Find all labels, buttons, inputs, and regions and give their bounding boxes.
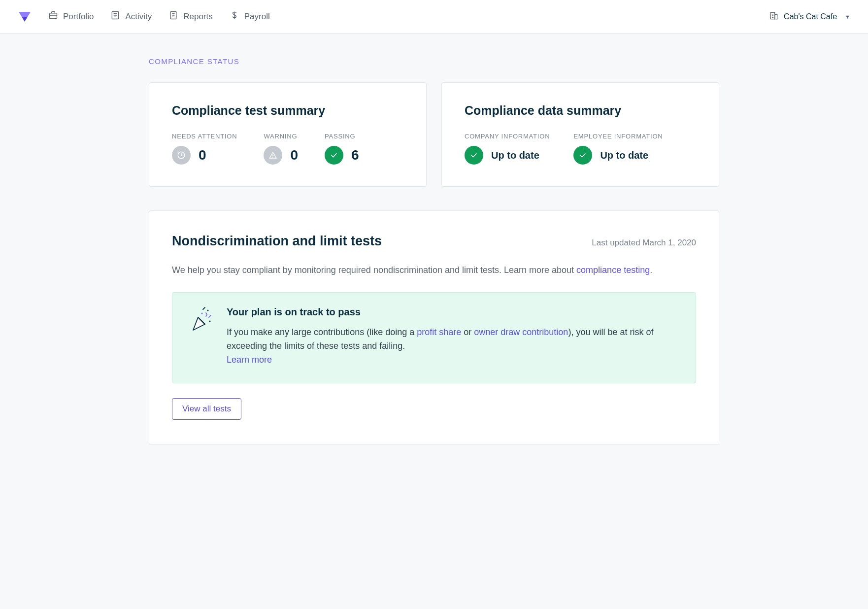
metric-label: EMPLOYEE INFORMATION: [573, 133, 663, 140]
metric-value: 0: [199, 147, 206, 163]
svg-point-16: [273, 157, 273, 157]
briefcase-icon: [48, 10, 58, 23]
check-icon: [325, 146, 343, 165]
company-select[interactable]: Cab's Cat Cafe ▼: [769, 11, 850, 23]
metric-label: WARNING: [264, 133, 298, 140]
owner-draw-link[interactable]: owner draw contribution: [474, 327, 568, 337]
nav-portfolio[interactable]: Portfolio: [48, 10, 94, 23]
app-logo[interactable]: [18, 10, 32, 24]
confetti-icon: [188, 306, 213, 367]
notice-text: If you make any large contributions (lik…: [227, 326, 680, 367]
metric-needs-attention: NEEDS ATTENTION 0: [172, 133, 237, 165]
nav-reports[interactable]: Reports: [168, 10, 213, 23]
topbar-left: Portfolio Activity Reports Payroll: [18, 10, 270, 24]
building-icon: [769, 11, 779, 23]
desc-text: We help you stay compliant by monitoring…: [172, 265, 576, 275]
profit-share-link[interactable]: profit share: [417, 327, 461, 337]
page-content: COMPLIANCE STATUS Compliance test summar…: [131, 34, 737, 474]
card-title: Compliance test summary: [172, 103, 403, 118]
learn-more-link[interactable]: Learn more: [227, 355, 272, 365]
data-metrics: COMPANY INFORMATION Up to date EMPLOYEE …: [465, 133, 696, 165]
svg-line-19: [203, 307, 205, 309]
warning-icon: [264, 146, 282, 165]
check-icon: [465, 146, 483, 165]
company-name: Cab's Cat Cafe: [784, 12, 837, 21]
metric-company-info: COMPANY INFORMATION Up to date: [465, 133, 550, 165]
metric-label: PASSING: [325, 133, 359, 140]
notice-seg: or: [461, 327, 474, 337]
svg-point-21: [209, 320, 211, 322]
svg-point-17: [201, 312, 203, 314]
on-track-notice: Your plan is on track to pass If you mak…: [172, 292, 696, 383]
svg-point-18: [207, 309, 209, 311]
caret-down-icon: ▼: [845, 14, 850, 20]
last-updated: Last updated March 1, 2020: [592, 238, 696, 248]
notice-body: Your plan is on track to pass If you mak…: [227, 306, 680, 367]
document-icon: [110, 10, 120, 23]
metric-label: NEEDS ATTENTION: [172, 133, 237, 140]
clock-icon: [172, 146, 191, 165]
test-summary-card: Compliance test summary NEEDS ATTENTION …: [149, 82, 427, 187]
nav-activity[interactable]: Activity: [110, 10, 152, 23]
metric-status: Up to date: [491, 150, 539, 161]
desc-suffix: .: [650, 265, 652, 275]
nav-label: Reports: [183, 12, 213, 22]
notice-title: Your plan is on track to pass: [227, 306, 680, 318]
nav-payroll[interactable]: Payroll: [230, 10, 270, 23]
nav-label: Payroll: [244, 12, 270, 22]
metric-value: 6: [351, 147, 359, 163]
topbar: Portfolio Activity Reports Payroll Cab's…: [0, 0, 868, 34]
report-icon: [168, 10, 178, 23]
tests-title: Nondiscrimination and limit tests: [172, 234, 382, 249]
compliance-testing-link[interactable]: compliance testing: [576, 265, 650, 275]
svg-line-20: [209, 315, 211, 317]
data-summary-card: Compliance data summary COMPANY INFORMAT…: [441, 82, 719, 187]
test-metrics: NEEDS ATTENTION 0 WARNING 0: [172, 133, 403, 165]
check-icon: [573, 146, 592, 165]
tests-description: We help you stay compliant by monitoring…: [172, 264, 696, 277]
metric-status: Up to date: [600, 150, 648, 161]
dollar-icon: [230, 10, 239, 23]
nav-label: Portfolio: [63, 12, 94, 22]
svg-rect-10: [775, 14, 777, 19]
notice-seg: If you make any large contributions (lik…: [227, 327, 417, 337]
tests-card: Nondiscrimination and limit tests Last u…: [149, 210, 719, 445]
metric-label: COMPANY INFORMATION: [465, 133, 550, 140]
metric-employee-info: EMPLOYEE INFORMATION Up to date: [573, 133, 663, 165]
section-label: COMPLIANCE STATUS: [149, 57, 719, 66]
metric-warning: WARNING 0: [264, 133, 298, 165]
summary-cards: Compliance test summary NEEDS ATTENTION …: [149, 82, 719, 187]
card-title: Compliance data summary: [465, 103, 696, 118]
metric-passing: PASSING 6: [325, 133, 359, 165]
view-all-tests-button[interactable]: View all tests: [172, 398, 241, 420]
metric-value: 0: [290, 147, 298, 163]
nav-label: Activity: [125, 12, 152, 22]
